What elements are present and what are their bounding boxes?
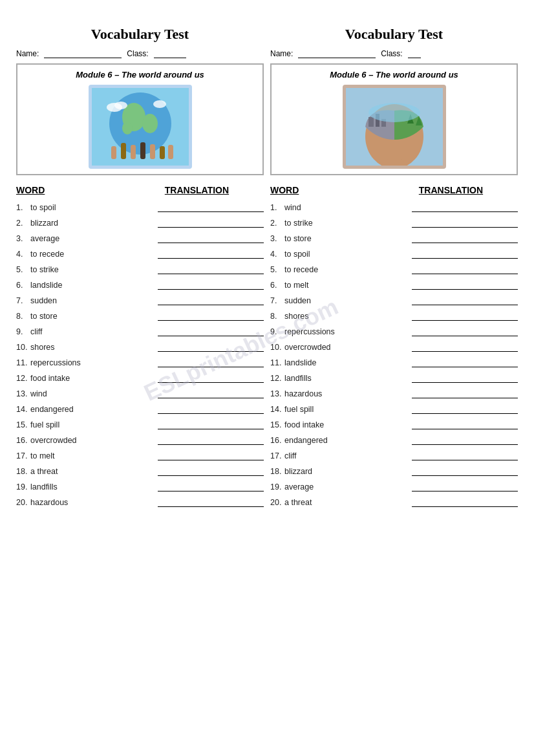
translation-line[interactable] bbox=[412, 420, 518, 429]
translation-line[interactable] bbox=[158, 250, 264, 259]
left-headers: WORD TRANSLATION bbox=[16, 185, 264, 195]
translation-line[interactable] bbox=[158, 451, 264, 460]
word-text: a threat bbox=[284, 498, 407, 507]
word-text: blizzard bbox=[284, 467, 407, 476]
translation-line[interactable] bbox=[412, 451, 518, 460]
word-text: blizzard bbox=[30, 219, 153, 228]
left-module-image bbox=[89, 85, 192, 169]
list-item: 19. landfills bbox=[16, 479, 264, 491]
word-number: 4. bbox=[16, 250, 30, 259]
translation-line[interactable] bbox=[412, 467, 518, 476]
list-item: 6. landslide bbox=[16, 277, 264, 290]
left-name-line bbox=[44, 49, 122, 58]
word-number: 10. bbox=[270, 343, 284, 352]
translation-line[interactable] bbox=[412, 405, 518, 414]
word-text: sudden bbox=[30, 296, 153, 305]
right-class-label: Class: bbox=[381, 49, 402, 58]
translation-line[interactable] bbox=[412, 312, 518, 321]
word-text: to melt bbox=[30, 451, 153, 460]
word-number: 9. bbox=[270, 327, 284, 336]
translation-line[interactable] bbox=[158, 234, 264, 243]
word-number: 20. bbox=[16, 498, 30, 507]
word-text: to spoil bbox=[284, 250, 407, 259]
word-number: 14. bbox=[16, 405, 30, 414]
brain-svg bbox=[346, 88, 443, 166]
translation-line[interactable] bbox=[158, 203, 264, 212]
list-item: 5. to strike bbox=[16, 261, 264, 274]
word-number: 6. bbox=[16, 281, 30, 290]
svg-point-6 bbox=[114, 102, 127, 109]
translation-line[interactable] bbox=[158, 265, 264, 274]
translation-line[interactable] bbox=[158, 296, 264, 305]
translation-line[interactable] bbox=[412, 327, 518, 336]
word-text: wind bbox=[284, 203, 407, 212]
word-text: sudden bbox=[284, 296, 407, 305]
translation-line[interactable] bbox=[412, 250, 518, 259]
list-item: 14. fuel spill bbox=[270, 401, 518, 414]
list-item: 9. cliff bbox=[16, 323, 264, 336]
list-item: 7. sudden bbox=[270, 292, 518, 305]
translation-line[interactable] bbox=[412, 498, 518, 507]
list-item: 18. a threat bbox=[16, 463, 264, 476]
translation-line[interactable] bbox=[412, 296, 518, 305]
word-number: 12. bbox=[16, 374, 30, 383]
list-item: 3. average bbox=[16, 230, 264, 243]
translation-line[interactable] bbox=[158, 389, 264, 398]
svg-rect-14 bbox=[168, 145, 173, 159]
translation-line[interactable] bbox=[158, 467, 264, 476]
page-wrapper: ESLprintables.com Vocabulary Test Name: … bbox=[6, 13, 528, 756]
list-item: 6. to melt bbox=[270, 277, 518, 290]
translation-line[interactable] bbox=[158, 281, 264, 290]
word-number: 5. bbox=[270, 265, 284, 274]
translation-line[interactable] bbox=[412, 265, 518, 274]
word-number: 15. bbox=[270, 420, 284, 429]
word-number: 5. bbox=[16, 265, 30, 274]
translation-line[interactable] bbox=[412, 234, 518, 243]
word-number: 1. bbox=[270, 203, 284, 212]
svg-point-3 bbox=[142, 114, 158, 133]
word-number: 3. bbox=[16, 234, 30, 243]
translation-line[interactable] bbox=[412, 343, 518, 352]
translation-line[interactable] bbox=[412, 219, 518, 228]
translation-line[interactable] bbox=[412, 358, 518, 367]
list-item: 19. average bbox=[270, 479, 518, 491]
svg-rect-8 bbox=[111, 146, 116, 159]
translation-line[interactable] bbox=[158, 219, 264, 228]
translation-line[interactable] bbox=[158, 327, 264, 336]
translation-line[interactable] bbox=[412, 203, 518, 212]
left-column: Vocabulary Test Name: Class: Module 6 – … bbox=[16, 26, 264, 756]
word-number: 3. bbox=[270, 234, 284, 243]
list-item: 17. cliff bbox=[270, 448, 518, 460]
left-module-title: Module 6 – The world around us bbox=[76, 70, 204, 80]
list-item: 9. repercussions bbox=[270, 323, 518, 336]
word-number: 6. bbox=[270, 281, 284, 290]
list-item: 2. blizzard bbox=[16, 215, 264, 228]
translation-line[interactable] bbox=[158, 420, 264, 429]
translation-line[interactable] bbox=[412, 281, 518, 290]
translation-line[interactable] bbox=[158, 312, 264, 321]
list-item: 1. to spoil bbox=[16, 199, 264, 212]
word-text: cliff bbox=[284, 451, 407, 460]
translation-line[interactable] bbox=[158, 343, 264, 352]
translation-line[interactable] bbox=[412, 374, 518, 383]
translation-line[interactable] bbox=[412, 482, 518, 491]
list-item: 7. sudden bbox=[16, 292, 264, 305]
word-number: 17. bbox=[16, 451, 30, 460]
word-number: 18. bbox=[270, 467, 284, 476]
right-word-header: WORD bbox=[270, 185, 407, 195]
translation-line[interactable] bbox=[158, 374, 264, 383]
translation-line[interactable] bbox=[158, 436, 264, 445]
right-module-title: Module 6 – The world around us bbox=[330, 70, 458, 80]
translation-line[interactable] bbox=[158, 358, 264, 367]
translation-line[interactable] bbox=[158, 498, 264, 507]
translation-line[interactable] bbox=[158, 405, 264, 414]
word-text: wind bbox=[30, 389, 153, 398]
svg-rect-9 bbox=[121, 143, 126, 159]
word-number: 18. bbox=[16, 467, 30, 476]
left-name-label: Name: bbox=[16, 49, 39, 58]
translation-line[interactable] bbox=[412, 436, 518, 445]
list-item: 8. to store bbox=[16, 308, 264, 321]
translation-line[interactable] bbox=[412, 389, 518, 398]
right-column: Vocabulary Test Name: Class: Module 6 – … bbox=[270, 26, 518, 756]
translation-line[interactable] bbox=[158, 482, 264, 491]
